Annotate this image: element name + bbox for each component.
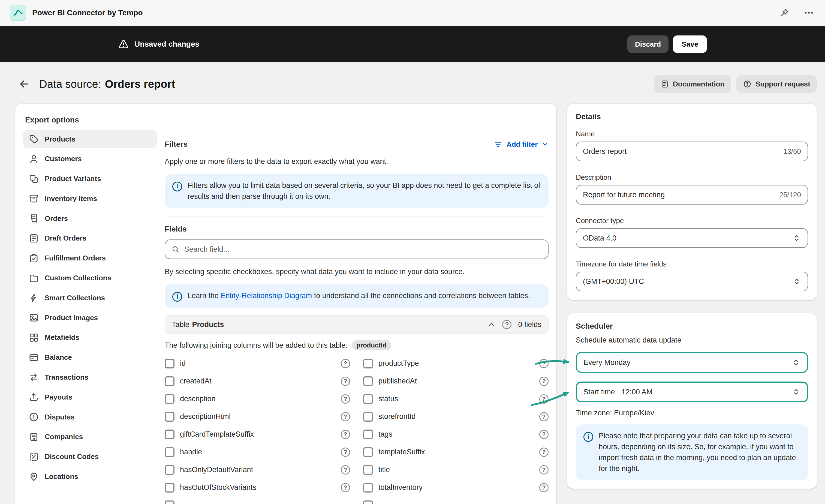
field-checkbox[interactable] — [363, 412, 373, 422]
field-checkbox[interactable] — [165, 376, 174, 386]
sidebar-item-balance[interactable]: Balance — [23, 348, 157, 367]
field-checkbox[interactable] — [165, 430, 174, 439]
sidebar-item-metafields[interactable]: Metafields — [23, 329, 157, 347]
help-icon[interactable] — [502, 320, 512, 329]
field-label: giftCardTemplateSuffix — [180, 430, 254, 439]
image-icon — [28, 312, 39, 323]
sidebar-item-products[interactable]: Products — [23, 130, 157, 148]
description-input[interactable] — [583, 191, 775, 199]
fields-heading: Fields — [165, 225, 548, 233]
help-icon[interactable] — [341, 377, 350, 386]
field-checkbox[interactable] — [363, 376, 373, 386]
field-checkbox[interactable] — [363, 465, 373, 475]
help-icon[interactable] — [539, 430, 548, 439]
sidebar-item-label: Customers — [45, 155, 82, 163]
save-button[interactable]: Save — [673, 35, 707, 53]
help-icon[interactable] — [539, 447, 548, 457]
back-button[interactable] — [16, 76, 31, 92]
add-filter-label: Add filter — [507, 140, 538, 149]
select-caret-icon — [792, 387, 801, 396]
field-checkbox[interactable] — [165, 359, 174, 368]
sidebar-item-locations[interactable]: Locations — [23, 467, 157, 486]
documentation-button[interactable]: Documentation — [654, 75, 731, 93]
field-checkbox[interactable] — [363, 430, 373, 439]
receipt-icon — [28, 213, 39, 224]
export-options-card: Export options Products Customers Produc… — [15, 103, 556, 504]
help-icon[interactable] — [341, 465, 350, 475]
sidebar-item-discount-codes[interactable]: Discount Codes — [23, 447, 157, 466]
sidebar-item-draft-orders[interactable]: Draft Orders — [23, 229, 157, 247]
fields-count: 0 fields — [518, 320, 541, 329]
field-checkbox[interactable] — [165, 412, 174, 422]
erd-link[interactable]: Entity-Relationship Diagram — [221, 292, 312, 300]
search-input[interactable] — [184, 245, 542, 254]
help-icon[interactable] — [539, 412, 548, 421]
field-checkbox[interactable] — [363, 447, 373, 457]
pin-icon[interactable] — [778, 7, 791, 19]
tag-icon — [28, 134, 39, 145]
sidebar-item-label: Products — [45, 135, 76, 143]
help-icon[interactable] — [341, 359, 350, 368]
overflow-menu-icon[interactable] — [803, 7, 815, 19]
sidebar-item-orders[interactable]: Orders — [23, 209, 157, 228]
sidebar-item-label: Custom Collections — [45, 274, 111, 282]
sidebar-item-inventory-items[interactable]: Inventory Items — [23, 189, 157, 208]
field-checkbox[interactable] — [165, 447, 174, 457]
field-checkbox[interactable] — [165, 500, 174, 504]
sidebar-item-product-images[interactable]: Product Images — [23, 308, 157, 327]
help-icon[interactable] — [539, 394, 548, 404]
sidebar-item-label: Metafields — [45, 333, 79, 342]
field-row: publishedAt — [363, 372, 548, 390]
sidebar-item-label: Fulfillment Orders — [45, 254, 106, 262]
sidebar-item-companies[interactable]: Companies — [23, 428, 157, 446]
help-icon[interactable] — [341, 394, 350, 404]
help-icon[interactable] — [341, 412, 350, 421]
sidebar-item-payouts[interactable]: Payouts — [23, 388, 157, 406]
sidebar-item-disputes[interactable]: Disputes — [23, 408, 157, 426]
field-checkbox[interactable] — [165, 465, 174, 475]
field-label: handle — [180, 448, 202, 456]
help-icon[interactable] — [539, 465, 548, 475]
topbar-actions — [778, 7, 815, 19]
add-filter-button[interactable]: Add filter — [494, 140, 548, 149]
help-icon[interactable] — [539, 483, 548, 492]
frequency-select[interactable]: Every Monday — [576, 352, 808, 373]
timezone-select[interactable]: (GMT+00:00) UTC — [576, 272, 808, 291]
support-request-button[interactable]: Support request — [736, 75, 817, 93]
field-row: giftCardTemplateSuffix — [165, 425, 350, 443]
field-checkbox[interactable] — [363, 394, 373, 404]
sidebar-item-transactions[interactable]: Transactions — [23, 368, 157, 387]
table-products-header[interactable]: Table Products 0 fields — [165, 315, 548, 334]
discard-button[interactable]: Discard — [627, 35, 669, 53]
name-field-wrap: 13/60 — [576, 142, 808, 161]
field-checkbox[interactable] — [363, 483, 373, 493]
sidebar-item-fulfillment-orders[interactable]: Fulfillment Orders — [23, 249, 157, 268]
field-checkbox[interactable] — [165, 394, 174, 404]
sidebar-item-product-variants[interactable]: Product Variants — [23, 170, 157, 188]
description-label: Description — [576, 173, 808, 182]
start-time-select[interactable]: Start time 12:00 AM — [576, 381, 808, 402]
sidebar-item-custom-collections[interactable]: Custom Collections — [23, 269, 157, 287]
app-frame: Power BI Connector by Tempo Unsaved chan… — [0, 0, 825, 504]
connector-type-select[interactable]: OData 4.0 — [576, 228, 808, 248]
field-checkbox[interactable] — [363, 500, 373, 504]
name-input[interactable] — [583, 147, 779, 156]
connector-type-label: Connector type — [576, 217, 808, 225]
page-title-name: Orders report — [105, 78, 175, 90]
help-icon[interactable] — [539, 359, 548, 368]
field-label: publishedAt — [378, 377, 417, 385]
card-icon — [28, 352, 39, 363]
field-checkbox[interactable] — [363, 359, 373, 368]
help-icon[interactable] — [341, 447, 350, 457]
help-icon[interactable] — [341, 483, 350, 492]
sidebar-item-smart-collections[interactable]: Smart Collections — [23, 289, 157, 307]
map-pin-icon — [28, 471, 39, 482]
field-checkbox[interactable] — [165, 483, 174, 493]
field-label: hasOutOfStockVariants — [180, 483, 256, 492]
chevron-up-icon[interactable] — [487, 320, 496, 329]
help-icon[interactable] — [341, 430, 350, 439]
help-icon[interactable] — [539, 377, 548, 386]
sidebar-item-customers[interactable]: Customers — [23, 150, 157, 168]
sidebar-item-label: Locations — [45, 473, 78, 481]
description-char-counter: 25/120 — [779, 191, 801, 199]
